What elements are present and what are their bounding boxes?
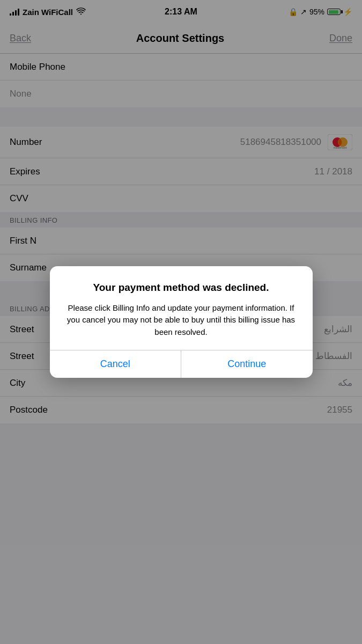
alert-title: Your payment method was declined. xyxy=(63,281,300,295)
modal-overlay: Your payment method was declined. Please… xyxy=(0,0,362,644)
alert-dialog: Your payment method was declined. Please… xyxy=(50,266,313,378)
alert-message: Please click Billing Info and update you… xyxy=(63,302,300,339)
cancel-button[interactable]: Cancel xyxy=(50,350,182,378)
alert-body: Your payment method was declined. Please… xyxy=(50,266,313,350)
continue-button[interactable]: Continue xyxy=(181,350,313,378)
alert-buttons: Cancel Continue xyxy=(50,350,313,378)
